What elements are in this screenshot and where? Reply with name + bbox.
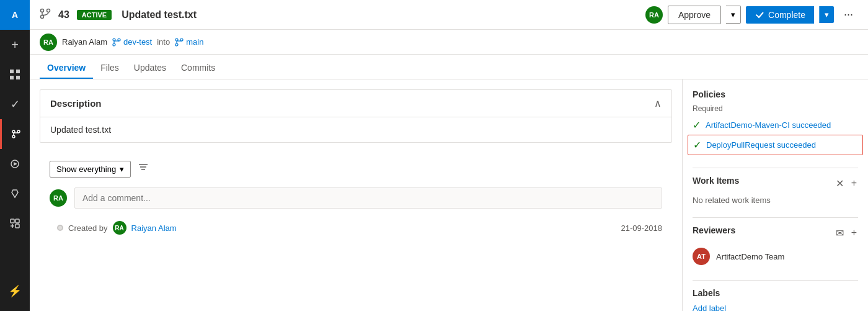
svg-rect-11 [11,219,14,223]
topbar-actions: RA Approve ▾ Complete ▾ ··· [645,6,858,24]
reviewers-section: Reviewers ✉ + AT ArtifactDemo Team [693,225,858,268]
no-work-items-text: No related work items [693,196,858,205]
topbar-user-avatar: RA [645,6,663,24]
created-by-user-link[interactable]: Raiyan Alam [131,223,177,233]
reviewers-header: Reviewers ✉ + [693,225,858,240]
into-label: into [157,37,170,47]
labels-title: Labels [693,288,858,298]
svg-rect-0 [10,70,14,73]
sidebar-user-avatar[interactable]: A [0,0,30,30]
sidebar: A + ✓ ⚡ [0,0,30,311]
svg-rect-12 [16,219,19,223]
sidebar-icon-verify[interactable]: ✓ [0,89,30,119]
section-divider-1 [693,168,858,168]
tab-files[interactable]: Files [93,58,126,79]
reviewers-add-button[interactable]: + [850,226,858,240]
more-icon: ··· [844,8,853,20]
description-header: Description ∧ [40,90,671,117]
branch-bar: RA Raiyan Alam dev-test into main [30,30,868,55]
svg-rect-2 [10,76,14,79]
sidebar-icon-testplans[interactable] [0,179,30,209]
comment-input-area: RA [40,183,672,214]
main-content: 43 ACTIVE Updated test.txt RA Approve ▾ … [30,0,868,311]
policy-item-2-highlighted: ✓ DeployPullRequest succeeded [688,135,863,155]
svg-rect-3 [16,76,20,79]
section-divider-2 [693,217,858,218]
policy-check-icon-2: ✓ [693,139,701,151]
timeline-dot [57,225,63,231]
policy-link-2[interactable]: DeployPullRequest succeeded [706,140,816,150]
work-items-add-button[interactable]: + [850,176,858,191]
filter-button[interactable] [136,160,151,178]
show-everything-dropdown-icon: ▾ [120,165,124,174]
branch-from-link[interactable]: dev-test [112,37,152,47]
main-panel: Description ∧ Updated test.txt Show ever… [30,79,682,311]
policy-item-1: ✓ ArtifactDemo-Maven-CI succeeded [693,117,858,133]
branch-from: dev-test [123,37,152,47]
content-area: Description ∧ Updated test.txt Show ever… [30,79,868,311]
sidebar-icon-add[interactable]: + [0,30,30,60]
created-by-date: 21-09-2018 [621,223,663,233]
svg-marker-10 [14,162,17,166]
labels-section: Labels Add label [693,288,858,311]
complete-label: Complete [768,10,805,20]
policies-title: Policies [693,89,858,99]
reviewers-actions: ✉ + [835,226,858,240]
reviewer-avatar: AT [693,248,710,265]
branch-user-name: Raiyan Alam [62,37,107,47]
add-label-link[interactable]: Add label [693,304,726,311]
reviewers-title: Reviewers [693,225,735,235]
sidebar-icon-extensions[interactable] [0,209,30,238]
sidebar-icon-azure[interactable]: ⚡ [0,276,30,306]
description-body: Updated test.txt [40,117,671,142]
complete-dropdown-icon: ▾ [825,10,829,19]
tab-overview[interactable]: Overview [40,58,93,79]
complete-dropdown-button[interactable]: ▾ [819,6,834,23]
reviewer-item: AT ArtifactDemo Team [693,245,858,268]
work-items-section: Work Items ✕ + No related work items [693,176,858,205]
sidebar-icon-pipelines[interactable] [0,149,30,179]
reviewers-email-button[interactable]: ✉ [835,226,845,240]
svg-point-25 [175,43,178,46]
work-items-header: Work Items ✕ + [693,176,858,191]
required-label: Required [693,104,858,113]
tab-updates[interactable]: Updates [126,58,174,79]
right-panel: Policies Required ✓ ArtifactDemo-Maven-C… [682,79,868,311]
work-items-title: Work Items [693,176,739,186]
svg-point-14 [41,9,44,12]
svg-rect-13 [16,224,19,228]
complete-button[interactable]: Complete [746,6,814,24]
pr-icon [40,8,51,22]
sidebar-icon-repos[interactable] [0,119,30,149]
show-everything-button[interactable]: Show everything ▾ [50,161,131,178]
approve-label: Approve [678,10,711,20]
tab-commits[interactable]: Commits [174,58,223,79]
approve-dropdown-icon: ▾ [731,10,735,19]
work-items-actions: ✕ + [835,176,858,191]
pr-number: 43 [58,9,69,20]
description-collapse-button[interactable]: ∧ [654,97,662,109]
policy-link-1[interactable]: ArtifactDemo-Maven-CI succeeded [706,120,831,130]
pr-title: Updated test.txt [122,9,197,20]
reviewer-name: ArtifactDemo Team [716,252,784,261]
comment-input[interactable] [74,187,662,209]
svg-point-20 [113,43,115,46]
branch-user-avatar: RA [40,34,57,51]
created-by-label: Created by [68,223,108,233]
approve-button[interactable]: Approve [668,6,721,24]
show-everything-label: Show everything [56,165,116,174]
created-by-avatar: RA [113,221,126,235]
more-options-button[interactable]: ··· [839,6,858,24]
comment-filter-bar: Show everything ▾ [40,153,672,183]
description-title: Description [50,98,102,109]
branch-to-link[interactable]: main [175,37,203,47]
description-card: Description ∧ Updated test.txt [40,89,672,143]
topbar: 43 ACTIVE Updated test.txt RA Approve ▾ … [30,0,868,30]
section-divider-3 [693,280,858,281]
approve-dropdown-button[interactable]: ▾ [726,6,741,24]
created-by-row: Created by RA Raiyan Alam 21-09-2018 [45,214,672,242]
active-badge: ACTIVE [77,10,112,20]
sidebar-icon-boards[interactable] [0,60,30,89]
svg-point-6 [12,135,15,138]
work-items-close-button[interactable]: ✕ [835,176,845,191]
